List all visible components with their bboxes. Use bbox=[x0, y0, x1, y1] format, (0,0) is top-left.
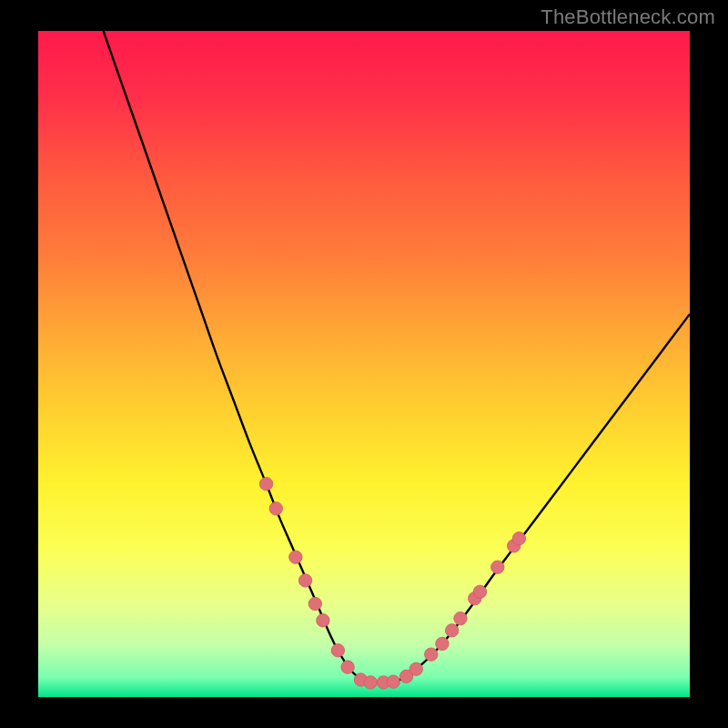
marker-dot bbox=[289, 551, 302, 563]
watermark-text: TheBottleneck.com bbox=[541, 5, 715, 29]
marker-dot bbox=[473, 585, 486, 598]
marker-dot bbox=[298, 574, 311, 587]
gradient-fill-rect bbox=[38, 31, 690, 697]
chart-stage: TheBottleneck.com bbox=[0, 0, 728, 728]
marker-dot bbox=[364, 676, 377, 689]
marker-dot bbox=[341, 661, 354, 673]
bottleneck-plot-svg bbox=[38, 31, 690, 697]
marker-dot bbox=[436, 637, 449, 650]
marker-dot bbox=[259, 478, 272, 490]
marker-dot bbox=[445, 624, 458, 637]
marker-dot bbox=[491, 561, 504, 573]
plot-area bbox=[38, 31, 690, 697]
marker-dot bbox=[512, 532, 525, 545]
marker-dot bbox=[269, 502, 282, 515]
marker-dot bbox=[410, 662, 422, 675]
marker-dot bbox=[331, 644, 344, 657]
marker-dot bbox=[308, 597, 321, 610]
marker-dot bbox=[425, 648, 438, 661]
marker-dot bbox=[387, 675, 399, 688]
marker-dot bbox=[454, 612, 467, 624]
marker-dot bbox=[317, 614, 329, 627]
